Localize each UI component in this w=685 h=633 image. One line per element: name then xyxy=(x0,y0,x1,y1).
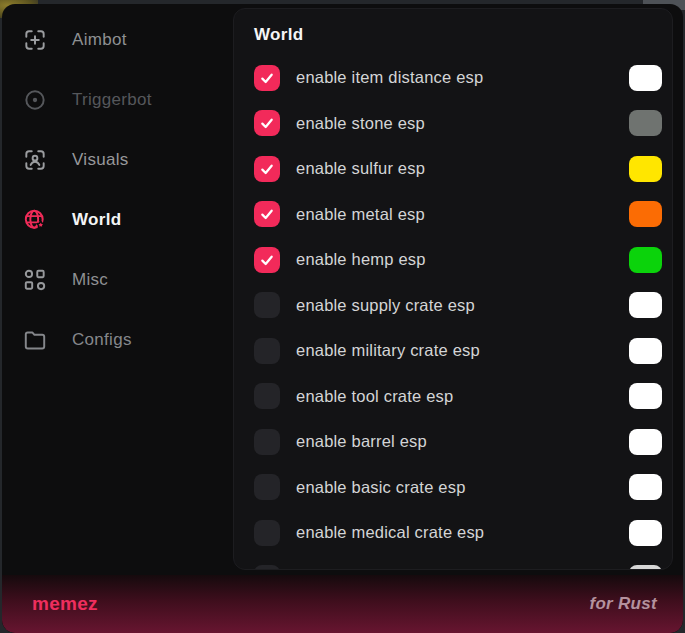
brand-tagline: for Rust xyxy=(589,594,657,614)
app-root: Aimbot Triggerbot Visu xyxy=(0,0,685,633)
triggerbot-target-icon xyxy=(22,87,48,113)
esp-checkbox[interactable] xyxy=(254,247,280,273)
sidebar-item-world[interactable]: World xyxy=(2,190,233,250)
esp-checkbox[interactable] xyxy=(254,292,280,318)
esp-option-label: enable stone esp xyxy=(296,114,629,133)
esp-checkbox[interactable] xyxy=(254,156,280,182)
configs-folder-icon xyxy=(22,327,48,353)
esp-checkbox[interactable] xyxy=(254,110,280,136)
esp-option-label: enable item distance esp xyxy=(296,68,629,87)
esp-checkbox[interactable] xyxy=(254,520,280,546)
esp-option-row: enable barrel esp xyxy=(234,419,672,465)
esp-color-swatch[interactable] xyxy=(629,383,662,409)
cheat-menu-window: Aimbot Triggerbot Visu xyxy=(2,4,683,633)
esp-option-row: enable military crate esp xyxy=(234,328,672,374)
esp-option-label: enable hemp esp xyxy=(296,250,629,269)
esp-color-swatch[interactable] xyxy=(629,338,662,364)
esp-option-label: enable basic crate esp xyxy=(296,478,629,497)
esp-option-row: enable sulfur esp xyxy=(234,146,672,192)
sidebar-item-triggerbot[interactable]: Triggerbot xyxy=(2,70,233,130)
esp-color-swatch[interactable] xyxy=(629,247,662,273)
esp-color-swatch[interactable] xyxy=(629,292,662,318)
esp-color-swatch[interactable] xyxy=(629,156,662,182)
esp-color-swatch[interactable] xyxy=(629,429,662,455)
esp-option-label: enable metal esp xyxy=(296,205,629,224)
esp-option-label: enable medical crate esp xyxy=(296,523,629,542)
sidebar-item-label: Misc xyxy=(72,270,108,290)
sidebar-item-visuals[interactable]: Visuals xyxy=(2,130,233,190)
sidebar-item-label: World xyxy=(72,210,121,230)
esp-option-row: enable supply crate esp xyxy=(234,283,672,329)
esp-option-label: enable sulfur esp xyxy=(296,159,629,178)
esp-checkbox[interactable] xyxy=(254,429,280,455)
esp-option-label: enable tool crate esp xyxy=(296,387,629,406)
panel-title: World xyxy=(234,9,672,55)
sidebar-item-label: Visuals xyxy=(72,150,129,170)
esp-option-row: enable hemp esp xyxy=(234,237,672,283)
esp-option-row: enable metal esp xyxy=(234,192,672,238)
aimbot-crosshair-icon xyxy=(22,27,48,53)
sidebar-item-label: Configs xyxy=(72,330,132,350)
esp-option-label: enable supply crate esp xyxy=(296,296,629,315)
esp-color-swatch[interactable] xyxy=(629,520,662,546)
sidebar-item-label: Triggerbot xyxy=(72,90,152,110)
world-settings-panel: World enable item distance esp enable st… xyxy=(233,8,673,570)
esp-color-swatch[interactable] xyxy=(629,201,662,227)
esp-checkbox[interactable] xyxy=(254,474,280,500)
footer-bar: memez for Rust xyxy=(2,575,683,633)
esp-option-row: enable medical crate esp xyxy=(234,510,672,556)
sidebar-item-label: Aimbot xyxy=(72,30,127,50)
sidebar-nav: Aimbot Triggerbot Visu xyxy=(2,4,233,575)
esp-option-row-partial xyxy=(234,556,672,571)
esp-option-row: enable tool crate esp xyxy=(234,374,672,420)
sidebar-item-misc[interactable]: Misc xyxy=(2,250,233,310)
esp-checkbox[interactable] xyxy=(254,383,280,409)
esp-option-label: enable barrel esp xyxy=(296,432,629,451)
misc-grid-icon xyxy=(22,267,48,293)
esp-option-row: enable stone esp xyxy=(234,101,672,147)
esp-options-list[interactable]: enable item distance esp enable stone es… xyxy=(234,55,672,570)
esp-checkbox[interactable] xyxy=(254,338,280,364)
esp-checkbox[interactable] xyxy=(254,65,280,91)
sidebar-item-configs[interactable]: Configs xyxy=(2,310,233,370)
esp-option-row: enable basic crate esp xyxy=(234,465,672,511)
esp-checkbox[interactable] xyxy=(254,565,280,570)
brand-name: memez xyxy=(32,593,98,615)
esp-color-swatch[interactable] xyxy=(629,65,662,91)
esp-color-swatch[interactable] xyxy=(629,565,662,570)
esp-option-label: enable military crate esp xyxy=(296,341,629,360)
esp-color-swatch[interactable] xyxy=(629,474,662,500)
sidebar-item-aimbot[interactable]: Aimbot xyxy=(2,10,233,70)
visuals-person-scan-icon xyxy=(22,147,48,173)
esp-checkbox[interactable] xyxy=(254,201,280,227)
esp-color-swatch[interactable] xyxy=(629,110,662,136)
esp-option-row: enable item distance esp xyxy=(234,55,672,101)
world-globe-icon xyxy=(22,207,48,233)
